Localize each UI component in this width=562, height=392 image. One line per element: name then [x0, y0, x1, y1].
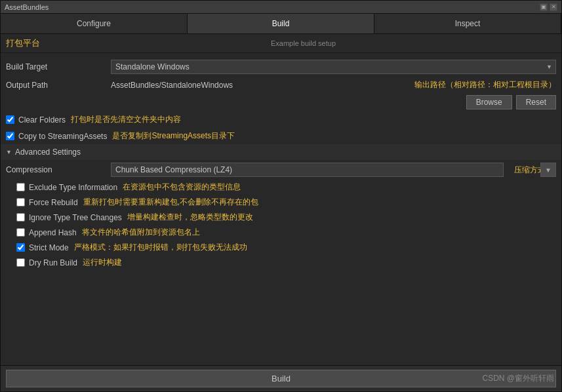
- append-hash-row: Append Hash 将文件的哈希值附加到资源包名上: [1, 225, 561, 240]
- build-button[interactable]: Build: [6, 370, 556, 387]
- platform-annotation: 打包平台: [6, 37, 40, 49]
- append-hash-annotation: 将文件的哈希值附加到资源包名上: [82, 227, 200, 238]
- tab-inspect[interactable]: Inspect: [374, 14, 561, 33]
- dry-run-build-row: Dry Run Build 运行时构建: [1, 255, 561, 270]
- exclude-type-label: Exclude Type Information: [29, 183, 117, 192]
- output-path-label: Output Path: [6, 81, 111, 90]
- advanced-settings-header[interactable]: ▼ Advanced Settings: [1, 144, 561, 160]
- tab-bar: Configure Build Inspect: [1, 14, 561, 34]
- ignore-type-tree-label: Ignore Type Tree Changes: [29, 213, 122, 222]
- content-area: 打包平台 Example build setup Build Target St…: [1, 34, 561, 391]
- exclude-type-row: Exclude Type Information 在资源包中不包含资源的类型信息: [1, 180, 561, 195]
- copy-to-streaming-checkbox[interactable]: [6, 132, 14, 140]
- strict-mode-checkbox[interactable]: [16, 243, 25, 252]
- title-bar-controls: ▣ ✕: [540, 3, 557, 11]
- tab-build[interactable]: Build: [188, 14, 374, 33]
- advanced-settings-label: Advanced Settings: [15, 147, 81, 157]
- close-button[interactable]: ✕: [550, 3, 557, 11]
- build-target-select[interactable]: Standalone Windows: [111, 60, 556, 74]
- form-area: Build Target Standalone Windows Output P…: [1, 53, 561, 365]
- output-path-annotation: 输出路径（相对路径：相对工程根目录）: [414, 79, 556, 90]
- watermark: CSDN @窗外听轩雨: [482, 373, 554, 384]
- compression-label: Compression: [6, 165, 111, 174]
- build-target-label: Build Target: [6, 62, 111, 71]
- force-rebuild-label: Force Rebuild: [29, 198, 78, 207]
- strict-mode-label: Strict Mode: [29, 243, 69, 252]
- copy-to-streaming-row: Copy to StreamingAssets 是否复制到StreamingAs…: [1, 128, 561, 144]
- reset-button[interactable]: Reset: [516, 95, 556, 109]
- browse-reset-row: Browse Reset: [1, 93, 561, 111]
- clear-folders-label: Clear Folders: [18, 115, 66, 125]
- subtitle-text: Example build setup: [50, 39, 556, 47]
- compression-dropdown-arrow[interactable]: ▼: [540, 163, 556, 177]
- clear-folders-annotation: 打包时是否先清空文件夹中内容: [71, 114, 181, 125]
- exclude-type-checkbox[interactable]: [16, 183, 25, 191]
- title-bar: AssetBundles ▣ ✕: [1, 1, 561, 14]
- minimize-button[interactable]: ▣: [540, 3, 548, 11]
- force-rebuild-checkbox[interactable]: [16, 198, 25, 206]
- triangle-icon: ▼: [6, 149, 12, 155]
- copy-to-streaming-annotation: 是否复制到StreamingAssets目录下: [112, 130, 235, 142]
- compression-select-wrapper: Chunk Based Compression (LZ4) 压缩方式 ▼: [111, 163, 556, 177]
- exclude-type-annotation: 在资源包中不包含资源的类型信息: [123, 182, 241, 193]
- append-hash-checkbox[interactable]: [16, 228, 25, 237]
- append-hash-label: Append Hash: [29, 228, 77, 237]
- advanced-settings-content: Compression Chunk Based Compression (LZ4…: [1, 160, 561, 270]
- build-target-select-wrapper[interactable]: Standalone Windows: [111, 60, 556, 74]
- dry-run-build-label: Dry Run Build: [29, 258, 77, 267]
- dry-run-build-checkbox[interactable]: [16, 258, 25, 267]
- tab-configure[interactable]: Configure: [1, 14, 188, 33]
- output-path-row: Output Path AssetBundles/StandaloneWindo…: [1, 77, 561, 93]
- strict-mode-annotation: 严格模式：如果打包时报错，则打包失败无法成功: [74, 242, 247, 253]
- ignore-type-tree-row: Ignore Type Tree Changes 增量构建检查时，忽略类型数的更…: [1, 210, 561, 225]
- force-rebuild-annotation: 重新打包时需要重新构建包,不会删除不再存在的包: [83, 197, 258, 208]
- copy-to-streaming-label: Copy to StreamingAssets: [18, 132, 107, 141]
- build-target-row: Build Target Standalone Windows: [1, 57, 561, 77]
- strict-mode-row: Strict Mode 严格模式：如果打包时报错，则打包失败无法成功: [1, 240, 561, 255]
- clear-folders-row: Clear Folders 打包时是否先清空文件夹中内容: [1, 111, 561, 128]
- main-window: AssetBundles ▣ ✕ Configure Build Inspect…: [0, 0, 562, 392]
- compression-value: Chunk Based Compression (LZ4): [111, 163, 504, 177]
- compression-row: Compression Chunk Based Compression (LZ4…: [1, 160, 561, 180]
- browse-button[interactable]: Browse: [466, 95, 512, 109]
- dry-run-build-annotation: 运行时构建: [83, 257, 122, 268]
- force-rebuild-row: Force Rebuild 重新打包时需要重新构建包,不会删除不再存在的包: [1, 195, 561, 210]
- window-title: AssetBundles: [5, 3, 540, 11]
- output-path-value: AssetBundles/StandaloneWindows: [111, 81, 404, 90]
- build-button-row: Build: [1, 365, 561, 391]
- clear-folders-checkbox[interactable]: [6, 115, 14, 124]
- ignore-type-tree-checkbox[interactable]: [16, 213, 25, 222]
- ignore-type-tree-annotation: 增量构建检查时，忽略类型数的更改: [127, 212, 253, 223]
